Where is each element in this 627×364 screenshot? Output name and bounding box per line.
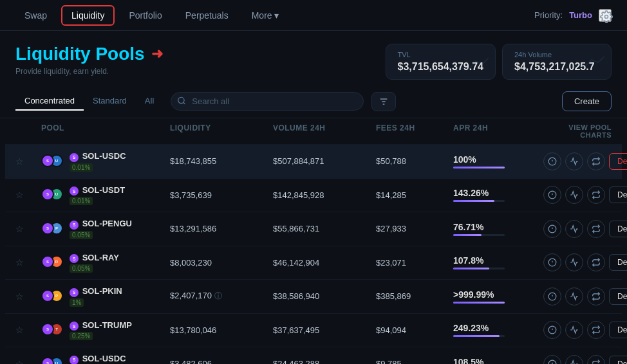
- search-input[interactable]: [171, 92, 364, 111]
- pool-fee-1: 0.01%: [70, 197, 93, 205]
- apr-value-2: 76.71%: [453, 222, 543, 232]
- deposit-btn-6[interactable]: Deposit: [609, 356, 627, 364]
- volume-5: $37,637,495: [273, 325, 376, 335]
- nav-more[interactable]: More ▾: [243, 5, 288, 26]
- liquidity-6: $3,482,606: [170, 359, 273, 364]
- chart-btn-4[interactable]: [565, 287, 583, 305]
- actions-cell-2: Deposit: [543, 220, 627, 238]
- apr-cell-3: 107.8%: [453, 255, 543, 269]
- actions-cell-1: Deposit: [543, 186, 627, 204]
- page-header: Liquidity Pools ➜ Provide liquidity, ear…: [0, 31, 627, 85]
- tab-concentrated[interactable]: Concentrated: [15, 92, 84, 111]
- info-pool-btn-2[interactable]: [543, 220, 561, 238]
- chart-btn-0[interactable]: [565, 152, 583, 170]
- star-1[interactable]: ☆: [15, 190, 41, 200]
- deposit-btn-4[interactable]: Deposit: [609, 288, 627, 305]
- apr-bar-3: [453, 268, 489, 269]
- priority-label: Priority:: [534, 10, 563, 20]
- tab-all[interactable]: All: [136, 92, 163, 111]
- token-icons-2: S P: [41, 222, 64, 236]
- fees-5: $94,094: [376, 325, 453, 335]
- deposit-btn-1[interactable]: Deposit: [609, 187, 627, 203]
- info-pool-btn-0[interactable]: [543, 152, 561, 170]
- nav-links: Swap Liquidity Portfolio Perpetuals More…: [15, 5, 534, 26]
- svg-point-1: [178, 97, 184, 103]
- tvl-chart-bg: [456, 55, 489, 76]
- fees-4: $385,869: [376, 291, 453, 301]
- star-6[interactable]: ☆: [15, 359, 41, 364]
- swap-btn-1[interactable]: [587, 186, 605, 204]
- swap-btn-4[interactable]: [587, 287, 605, 305]
- apr-bar-wrap-0: [453, 167, 505, 168]
- nav-perpetuals[interactable]: Perpetuals: [176, 5, 238, 26]
- apr-bar-wrap-2: [453, 234, 505, 236]
- apr-bar-2: [453, 234, 482, 236]
- pool-cell-6: S U S SOL-USDC 0.04%: [41, 354, 170, 364]
- volume-chart-bg: [572, 55, 604, 76]
- fees-6: $9,785: [376, 359, 453, 364]
- info-pool-btn-3[interactable]: [543, 253, 561, 271]
- apr-bar-5: [453, 335, 500, 337]
- page-title-section: Liquidity Pools ➜ Provide liquidity, ear…: [15, 44, 163, 76]
- chart-btn-2[interactable]: [565, 220, 583, 238]
- chain-icon-1: S: [70, 187, 79, 196]
- nav-portfolio[interactable]: Portfolio: [120, 5, 171, 26]
- page-subtitle: Provide liquidity, earn yield.: [15, 67, 163, 76]
- filter-button[interactable]: [371, 92, 396, 111]
- star-0[interactable]: ☆: [15, 156, 41, 167]
- chart-btn-6[interactable]: [565, 355, 583, 364]
- table-header: Pool Liquidity Volume 24H Fees 24H APR 2…: [5, 118, 622, 144]
- deposit-btn-2[interactable]: Deposit: [609, 221, 627, 237]
- pool-cell-0: S U S SOL-USDC 0.01%: [41, 151, 170, 172]
- chain-icon-5: S: [70, 322, 79, 331]
- fees-3: $23,071: [376, 258, 453, 268]
- deposit-btn-0[interactable]: Deposit: [609, 153, 627, 170]
- col-volume: Volume 24H: [273, 123, 376, 139]
- star-3[interactable]: ☆: [15, 257, 41, 268]
- swap-btn-5[interactable]: [587, 321, 605, 339]
- apr-value-5: 249.23%: [453, 323, 543, 333]
- chart-btn-3[interactable]: [565, 253, 583, 271]
- swap-btn-3[interactable]: [587, 253, 605, 271]
- create-button[interactable]: Create: [562, 91, 612, 111]
- info-pool-btn-6[interactable]: [543, 355, 561, 364]
- info-pool-btn-4[interactable]: [543, 287, 561, 305]
- table-row: ☆ S U S SOL-USDC 0.01% $18,743,855 $507,…: [5, 144, 622, 178]
- pool-cell-1: S U S SOL-USDT 0.01%: [41, 185, 170, 206]
- nav-liquidity[interactable]: Liquidity: [61, 5, 115, 26]
- swap-btn-0[interactable]: [587, 152, 605, 170]
- star-2[interactable]: ☆: [15, 224, 41, 234]
- star-4[interactable]: ☆: [15, 291, 41, 302]
- apr-value-6: 108.5%: [453, 357, 543, 364]
- chain-icon-0: S: [70, 153, 79, 162]
- info-pool-btn-5[interactable]: [543, 321, 561, 339]
- nav-swap[interactable]: Swap: [15, 5, 56, 26]
- pool-cell-5: S T S SOL-TRUMP 0.25%: [41, 320, 170, 341]
- pools-table: Pool Liquidity Volume 24H Fees 24H APR 2…: [0, 118, 627, 364]
- tab-standard[interactable]: Standard: [84, 92, 136, 111]
- col-pool: Pool: [41, 123, 170, 139]
- info-pool-btn-1[interactable]: [543, 186, 561, 204]
- volume-3: $46,142,904: [273, 258, 376, 268]
- view-pool-charts-label: View pool charts: [543, 123, 612, 139]
- chart-btn-5[interactable]: [565, 321, 583, 339]
- chart-btn-1[interactable]: [565, 186, 583, 204]
- star-5[interactable]: ☆: [15, 325, 41, 335]
- token-icons-5: S T: [41, 323, 64, 337]
- fees-0: $50,788: [376, 156, 453, 166]
- apr-cell-0: 100%: [453, 154, 543, 168]
- token-icons-6: S U: [41, 357, 64, 364]
- apr-value-0: 100%: [453, 154, 543, 165]
- settings-button[interactable]: [599, 9, 612, 22]
- col-apr: APR 24H: [453, 123, 543, 139]
- token-icon-1-0: S: [41, 154, 54, 167]
- table-row: ☆ S U S SOL-USDC 0.04% $3,482,606 $24,46…: [5, 347, 622, 364]
- apr-value-4: >999.99%: [453, 289, 543, 300]
- swap-btn-2[interactable]: [587, 220, 605, 238]
- deposit-btn-5[interactable]: Deposit: [609, 322, 627, 338]
- arrow-icon: ➜: [151, 46, 163, 62]
- pool-cell-4: S P S SOL-PKIN 1%: [41, 286, 170, 307]
- swap-btn-6[interactable]: [587, 355, 605, 364]
- deposit-btn-3[interactable]: Deposit: [609, 254, 627, 271]
- apr-bar-1: [453, 200, 494, 202]
